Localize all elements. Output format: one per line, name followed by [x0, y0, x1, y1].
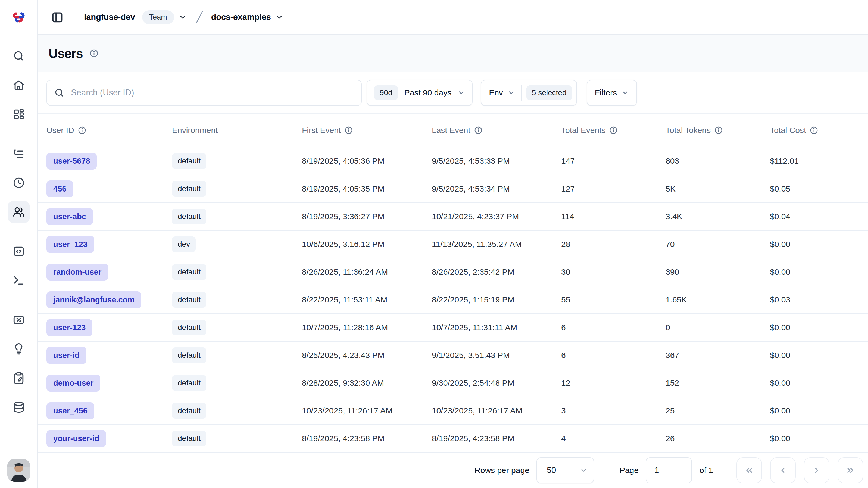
environment-badge: default [172, 431, 206, 447]
sidebar-item-home[interactable] [8, 74, 30, 96]
column-header-total-tokens: Total Tokens [665, 126, 770, 135]
sidebar [0, 0, 38, 488]
date-range-label: Past 90 days [404, 88, 452, 97]
total-cost-cell: $0.00 [770, 323, 868, 332]
user-avatar[interactable] [7, 459, 30, 482]
page-of-label: of 1 [700, 466, 713, 475]
table-row[interactable]: user_123 dev 10/6/2025, 3:16:12 PM 11/13… [38, 231, 868, 258]
first-page-button[interactable] [737, 457, 762, 483]
list-tree-icon [12, 147, 25, 160]
column-label: Environment [172, 126, 218, 135]
user-id-badge[interactable]: user-id [46, 347, 86, 364]
first-event-cell: 8/28/2025, 9:32:30 AM [302, 378, 432, 387]
total-cost-cell: $0.03 [770, 295, 868, 305]
total-tokens-cell: 3.4K [665, 212, 770, 221]
environment-filter-label: Env [489, 88, 503, 97]
chevrons-left-icon [744, 465, 754, 475]
environment-badge: default [172, 375, 206, 391]
rows-per-page-select[interactable]: 50 [536, 457, 594, 483]
sidebar-toggle-button[interactable] [50, 10, 64, 24]
table-row[interactable]: user-abc default 8/19/2025, 3:36:27 PM 1… [38, 203, 868, 231]
avatar-photo [7, 459, 30, 482]
sidebar-item-tracing[interactable] [8, 143, 30, 165]
page-header: Users [38, 35, 868, 73]
sidebar-item-prompts[interactable] [8, 240, 30, 262]
user-id-badge[interactable]: user_123 [46, 236, 94, 253]
table-row[interactable]: user-123 default 10/7/2025, 11:28:16 AM … [38, 314, 868, 342]
total-cost-cell: $0.00 [770, 240, 868, 249]
sidebar-item-users[interactable] [8, 201, 30, 223]
sidebar-item-sessions[interactable] [8, 172, 30, 194]
user-id-badge[interactable]: demo-user [46, 375, 100, 392]
column-label: First Event [302, 126, 341, 135]
user-id-badge[interactable]: your-user-id [46, 430, 106, 447]
sidebar-item-playground[interactable] [8, 269, 30, 292]
project-name: docs-examples [211, 12, 271, 22]
environment-cell: default [172, 431, 302, 447]
dashboards-grid-icon [12, 108, 25, 120]
search-icon [12, 50, 25, 62]
user-id-badge[interactable]: jannik@langfuse.com [46, 291, 141, 309]
breadcrumb-slash-icon [194, 10, 205, 25]
table-header-row: User ID Environment First Event Last Eve… [38, 114, 868, 147]
sidebar-item-insights[interactable] [8, 338, 30, 360]
chevron-down-icon [507, 89, 515, 96]
sidebar-item-annotation-queues[interactable] [8, 367, 30, 389]
info-icon[interactable] [714, 126, 723, 135]
environment-cell: default [172, 320, 302, 336]
users-icon [12, 206, 25, 218]
total-events-cell: 6 [561, 323, 665, 332]
langfuse-logo [0, 0, 37, 35]
sidebar-item-datasets[interactable] [8, 396, 30, 419]
user-id-badge[interactable]: random-user [46, 264, 108, 281]
table-row[interactable]: your-user-id default 8/19/2025, 4:23:58 … [38, 425, 868, 453]
last-page-button[interactable] [838, 457, 863, 483]
column-header-environment: Environment [172, 126, 302, 135]
info-icon[interactable] [89, 49, 99, 58]
table-row[interactable]: demo-user default 8/28/2025, 9:32:30 AM … [38, 369, 868, 397]
info-icon[interactable] [344, 126, 353, 135]
sidebar-item-scores[interactable] [8, 309, 30, 331]
table-row[interactable]: user-id default 8/25/2025, 4:23:43 PM 9/… [38, 342, 868, 369]
total-events-cell: 55 [561, 295, 665, 305]
org-switcher[interactable]: Team [135, 10, 187, 24]
page-number-input[interactable] [646, 457, 692, 483]
info-icon[interactable] [474, 126, 483, 135]
page-label: Page [620, 466, 639, 475]
chevron-down-icon [580, 466, 588, 474]
users-table: User ID Environment First Event Last Eve… [38, 113, 868, 453]
user-id-badge[interactable]: user-abc [46, 208, 93, 225]
table-row[interactable]: jannik@langfuse.com default 8/22/2025, 1… [38, 286, 868, 314]
date-range-button[interactable]: 90d Past 90 days [367, 80, 473, 106]
environment-badge: default [172, 347, 206, 363]
terminal-icon [12, 274, 25, 287]
next-page-button[interactable] [804, 457, 829, 483]
user-id-badge[interactable]: user_456 [46, 402, 94, 420]
table-row[interactable]: 456 default 8/19/2025, 4:05:35 PM 9/5/20… [38, 175, 868, 203]
last-event-cell: 9/5/2025, 4:53:33 PM [432, 156, 561, 166]
environment-filter-button[interactable]: Env 5 selected [481, 80, 577, 106]
sidebar-item-dashboards[interactable] [8, 103, 30, 125]
table-row[interactable]: random-user default 8/26/2025, 11:36:24 … [38, 258, 868, 286]
first-event-cell: 8/19/2025, 3:36:27 PM [302, 212, 432, 221]
total-events-cell: 30 [561, 267, 665, 277]
previous-page-button[interactable] [770, 457, 796, 483]
total-tokens-cell: 25 [665, 406, 770, 415]
table-row[interactable]: user_456 default 10/23/2025, 11:26:17 AM… [38, 397, 868, 425]
project-switcher[interactable]: docs-examples [211, 12, 283, 22]
search-input[interactable] [70, 88, 354, 98]
user-id-badge[interactable]: user-5678 [46, 152, 97, 170]
user-id-cell: user-abc [46, 208, 172, 225]
filters-button[interactable]: Filters [587, 80, 637, 106]
user-id-badge[interactable]: user-123 [46, 319, 92, 336]
last-event-cell: 9/1/2025, 3:51:43 PM [432, 351, 561, 360]
info-icon[interactable] [78, 126, 86, 135]
user-id-badge[interactable]: 456 [46, 180, 73, 198]
table-row[interactable]: user-5678 default 8/19/2025, 4:05:36 PM … [38, 147, 868, 175]
info-icon[interactable] [810, 126, 818, 135]
sidebar-item-search[interactable] [8, 45, 30, 67]
user-id-cell: random-user [46, 264, 172, 281]
first-event-cell: 10/6/2025, 3:16:12 PM [302, 240, 432, 249]
column-header-total-cost: Total Cost [770, 126, 868, 135]
info-icon[interactable] [609, 126, 618, 135]
